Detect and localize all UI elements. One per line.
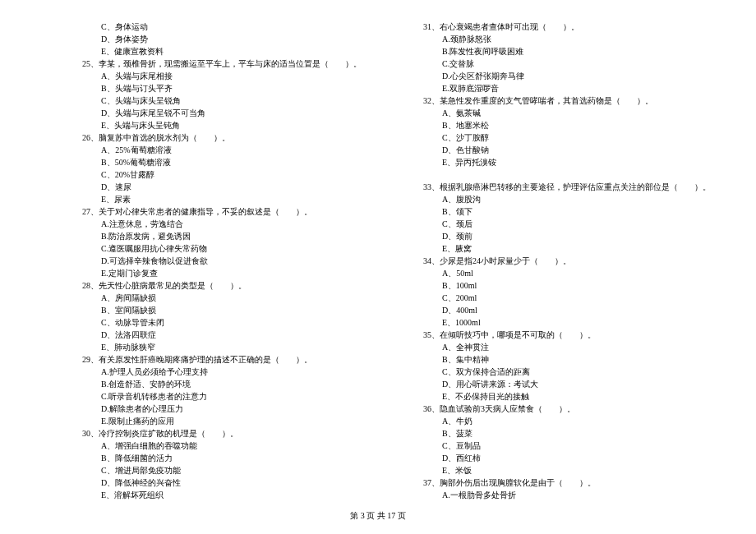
question-text: 37、胸部外伤后出现胸膛软化是由于（ ）。	[423, 476, 698, 489]
option-item: D.可选择辛辣食物以促进食欲	[82, 255, 353, 267]
option-item: D、用心听讲来源：考试大	[423, 378, 698, 390]
option-item: A、头端与床尾相接	[82, 70, 353, 82]
option-item: C、增进局部免疫功能	[82, 464, 353, 476]
question-text: 35、在倾听技巧中，哪项是不可取的（ ）。	[423, 329, 698, 341]
option-item: A、房间隔缺损	[82, 292, 353, 304]
question-text: 34、少尿是指24小时尿量少于（ ）。	[423, 255, 698, 267]
option-item: B.防治原发病，避免诱因	[82, 230, 353, 242]
option-item: D、色甘酸钠	[423, 144, 698, 156]
option-item: B、头端与订头平齐	[82, 82, 353, 94]
option-item: C、头端与床头呈锐角	[82, 94, 353, 107]
option-item: B.阵发性夜间呼吸困难	[423, 45, 698, 58]
option-item: C.听录音机转移患者的注意力	[82, 390, 353, 403]
option-item: E、尿素	[82, 193, 353, 205]
option-item: D、西红柿	[423, 452, 698, 464]
option-item: D、身体姿势	[82, 33, 353, 45]
option-item: B、100ml	[423, 279, 698, 292]
option-item: E、不必保持目光的接触	[423, 390, 698, 403]
option-item: C、豆制品	[423, 440, 698, 452]
option-item: A、腹股沟	[423, 193, 698, 205]
option-item: A、增强白细胞的吞噬功能	[82, 440, 353, 452]
option-item: C、20%甘露醇	[82, 168, 353, 181]
option-item: D、速尿	[82, 181, 353, 193]
option-item: D、法洛四联症	[82, 329, 353, 341]
question-29: 29、有关原发性肝癌晚期疼痛护理的描述不正确的是（ ）。 A.护理人员必须给予心…	[82, 353, 353, 427]
question-25: 25、李某，颈椎骨折，现需搬运至平车上，平车与床的适当位置是（ ）。 A、头端与…	[82, 58, 353, 131]
option-item: C、沙丁胺醇	[423, 131, 698, 144]
question-27: 27、关于对心律失常患者的健康指导，不妥的叙述是（ ）。 A.注意休息，劳逸结合…	[82, 205, 353, 279]
option-item: E、头端与床头呈钝角	[82, 119, 353, 131]
option-item: A.颈静脉怒张	[423, 33, 698, 45]
option-item: C、动脉导管未闭	[82, 316, 353, 329]
question-text: 30、冷疗控制炎症扩散的机理是（ ）。	[82, 427, 353, 440]
option-item: D、降低神经的兴奋性	[82, 476, 353, 489]
page-footer: 第 3 页 共 17 页	[0, 510, 756, 522]
option-item: D.解除患者的心理压力	[82, 403, 353, 415]
option-item: D、颈前	[423, 230, 698, 242]
question-26: 26、脑复苏中首选的脱水剂为（ ）。 A、25%葡萄糖溶液 B、50%葡萄糖溶液…	[82, 131, 353, 205]
question-33: 33、根据乳腺癌淋巴转移的主要途径，护理评估应重点关注的部位是（ ）。 A、腹股…	[423, 181, 698, 255]
orphan-options-block: C、身体运动 D、身体姿势 E、健康宣教资料	[82, 21, 353, 58]
option-item: D.心尖区舒张期奔马律	[423, 70, 698, 82]
question-text: 33、根据乳腺癌淋巴转移的主要途径，护理评估应重点关注的部位是（ ）。	[423, 181, 698, 193]
option-item: E.限制止痛药的应用	[82, 415, 353, 427]
question-36: 36、隐血试验前3天病人应禁食（ ）。 A、牛奶 B、菠菜 C、豆制品 D、西红…	[423, 403, 698, 476]
option-item: B、地塞米松	[423, 119, 698, 131]
question-text: 27、关于对心律失常患者的健康指导，不妥的叙述是（ ）。	[82, 205, 353, 218]
question-text: 28、先天性心脏病最常见的类型是（ ）。	[82, 279, 353, 292]
option-item: B、50%葡萄糖溶液	[82, 156, 353, 168]
question-text: 36、隐血试验前3天病人应禁食（ ）。	[423, 403, 698, 415]
option-item: B.创造舒适、安静的环境	[82, 378, 353, 390]
right-column: 31、右心衰竭患者查体时可出现（ ）。 A.颈静脉怒张 B.阵发性夜间呼吸困难 …	[378, 21, 756, 509]
option-item: C、身体运动	[82, 21, 353, 33]
option-item: B、菠菜	[423, 427, 698, 440]
option-item: C.交替脉	[423, 58, 698, 70]
option-item: E、异丙托溴铵	[423, 156, 698, 168]
option-item: B、降低细菌的活力	[82, 452, 353, 464]
option-item: A、25%葡萄糖溶液	[82, 144, 353, 156]
question-35: 35、在倾听技巧中，哪项是不可取的（ ）。 A、全神贯注 B、集中精神 C、双方…	[423, 329, 698, 403]
question-32: 32、某急性发作重度的支气管哮喘者，其首选药物是（ ）。 A、氨茶碱 B、地塞米…	[423, 94, 698, 168]
page-columns: C、身体运动 D、身体姿势 E、健康宣教资料 25、李某，颈椎骨折，现需搬运至平…	[0, 21, 756, 509]
question-text: 25、李某，颈椎骨折，现需搬运至平车上，平车与床的适当位置是（ ）。	[82, 58, 353, 70]
question-37: 37、胸部外伤后出现胸膛软化是由于（ ）。 A.一根肋骨多处骨折	[423, 476, 698, 501]
option-item: E、1000ml	[423, 316, 698, 329]
option-item: D、400ml	[423, 304, 698, 316]
left-column: C、身体运动 D、身体姿势 E、健康宣教资料 25、李某，颈椎骨折，现需搬运至平…	[0, 21, 378, 509]
question-31: 31、右心衰竭患者查体时可出现（ ）。 A.颈静脉怒张 B.阵发性夜间呼吸困难 …	[423, 21, 698, 94]
option-item: A.护理人员必须给予心理支持	[82, 366, 353, 378]
option-item: C、200ml	[423, 292, 698, 304]
option-item: C、双方保持合适的距离	[423, 366, 698, 378]
option-item: A、氨茶碱	[423, 107, 698, 119]
option-item: B、集中精神	[423, 353, 698, 366]
option-item: A.注意休息，劳逸结合	[82, 218, 353, 230]
question-text: 26、脑复苏中首选的脱水剂为（ ）。	[82, 131, 353, 144]
option-item: B、颌下	[423, 205, 698, 218]
option-item: E.双肺底湿啰音	[423, 82, 698, 94]
option-item: C.遵医嘱服用抗心律失常药物	[82, 242, 353, 255]
question-text: 32、某急性发作重度的支气管哮喘者，其首选药物是（ ）。	[423, 94, 698, 107]
option-item: E、健康宣教资料	[82, 45, 353, 58]
option-item: E、米饭	[423, 464, 698, 476]
option-item: E、溶解坏死组织	[82, 489, 353, 501]
option-item: D、头端与床尾呈锐不可当角	[82, 107, 353, 119]
question-28: 28、先天性心脏病最常见的类型是（ ）。 A、房间隔缺损 B、室间隔缺损 C、动…	[82, 279, 353, 353]
option-item: C、颈后	[423, 218, 698, 230]
question-text: 29、有关原发性肝癌晚期疼痛护理的描述不正确的是（ ）。	[82, 353, 353, 366]
question-text: 31、右心衰竭患者查体时可出现（ ）。	[423, 21, 698, 33]
option-item: A、牛奶	[423, 415, 698, 427]
option-item: E、腋窝	[423, 242, 698, 255]
option-item: A、50ml	[423, 267, 698, 279]
question-30: 30、冷疗控制炎症扩散的机理是（ ）。 A、增强白细胞的吞噬功能 B、降低细菌的…	[82, 427, 353, 501]
option-item: E.定期门诊复查	[82, 267, 353, 279]
option-item: A、全神贯注	[423, 341, 698, 353]
option-item: A.一根肋骨多处骨折	[423, 489, 698, 501]
question-34: 34、少尿是指24小时尿量少于（ ）。 A、50ml B、100ml C、200…	[423, 255, 698, 329]
option-item: E、肺动脉狭窄	[82, 341, 353, 353]
option-item: B、室间隔缺损	[82, 304, 353, 316]
